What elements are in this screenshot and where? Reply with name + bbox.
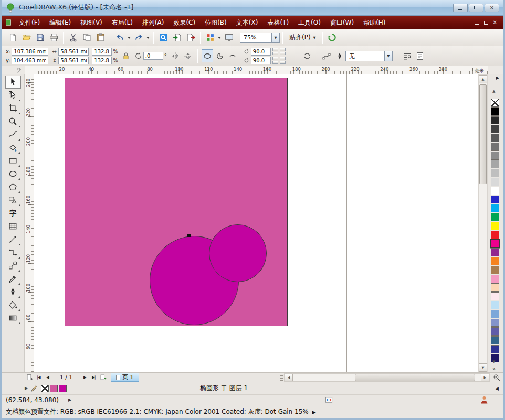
menu-item-6[interactable]: 位图(B): [200, 16, 232, 29]
add-page-button[interactable]: [98, 373, 108, 382]
fill-tool[interactable]: [5, 298, 21, 311]
fullscreen-preview-button[interactable]: [222, 31, 236, 45]
doc-restore-button[interactable]: [484, 21, 488, 25]
coords-flyout-icon[interactable]: ▶: [68, 397, 71, 402]
crop-tool[interactable]: [5, 102, 21, 115]
palette-scroll-up-icon[interactable]: ▲: [492, 89, 495, 93]
scroll-up-button[interactable]: ▲: [479, 75, 487, 83]
menu-item-8[interactable]: 表格(T): [262, 16, 293, 29]
spinner[interactable]: [280, 57, 286, 64]
convert-to-curve-button[interactable]: [321, 49, 332, 62]
arc-mode-button[interactable]: [227, 49, 238, 62]
parallel-dimension-tool[interactable]: [5, 233, 21, 246]
table-tool[interactable]: [5, 220, 21, 233]
ellipse-tool[interactable]: [5, 167, 21, 180]
application-launcher-button[interactable]: [203, 31, 217, 45]
close-button[interactable]: ×: [485, 4, 499, 12]
document-palette-flyout-icon[interactable]: ▶: [25, 386, 28, 391]
horizontal-scrollbar[interactable]: ◀ ▶: [284, 373, 490, 382]
first-page-button[interactable]: |◀: [34, 373, 43, 382]
cut-button[interactable]: [66, 31, 80, 45]
object-x-input[interactable]: [12, 48, 48, 56]
import-button[interactable]: [170, 31, 184, 45]
arc-end-angle-input[interactable]: [251, 57, 271, 64]
color-swatch[interactable]: [491, 160, 499, 168]
color-swatch[interactable]: [491, 283, 499, 292]
menu-item-4[interactable]: 排列(A): [138, 16, 169, 29]
scale-v-input[interactable]: [92, 57, 112, 64]
scroll-right-button[interactable]: ▶: [481, 374, 489, 381]
text-tool[interactable]: 字: [5, 207, 21, 220]
horizontal-scrollbar-track[interactable]: [293, 374, 481, 381]
vertical-scrollbar-thumb[interactable]: [479, 84, 487, 184]
document-color-swatch[interactable]: [59, 385, 67, 392]
color-swatch[interactable]: [491, 178, 499, 186]
color-swatch[interactable]: [491, 196, 499, 204]
menu-item-10[interactable]: 窗口(W): [325, 16, 359, 29]
horizontal-ruler[interactable]: 毫米 2040608010012014016018020022024026028…: [25, 66, 488, 74]
color-swatch[interactable]: [491, 213, 499, 221]
interactive-fill-tool[interactable]: [5, 311, 21, 325]
palette-scroll-down-icon[interactable]: ▼: [492, 360, 495, 364]
color-swatch[interactable]: [491, 327, 499, 336]
menu-item-7[interactable]: 文本(X): [232, 16, 263, 29]
undo-button[interactable]: [113, 31, 127, 45]
chevron-down-icon[interactable]: ▼: [384, 51, 392, 61]
next-page-button[interactable]: ▶: [80, 373, 89, 382]
color-swatch[interactable]: [491, 107, 499, 116]
spinner[interactable]: [272, 48, 278, 56]
search-content-button[interactable]: [156, 31, 170, 45]
color-swatch[interactable]: [491, 169, 499, 177]
selection-node[interactable]: [187, 234, 191, 237]
menu-item-9[interactable]: 工具(O): [293, 16, 325, 29]
undo-button-dropdown[interactable]: [127, 31, 132, 45]
rotation-angle-input[interactable]: [143, 52, 163, 60]
export-button[interactable]: [184, 31, 197, 45]
color-swatch[interactable]: [491, 292, 499, 300]
document-color-swatch-none[interactable]: [41, 385, 49, 392]
pie-mode-button[interactable]: [214, 49, 226, 62]
zoom-level-combo[interactable]: 75% ▼: [240, 33, 280, 43]
wrap-text-button[interactable]: [402, 49, 413, 62]
eyedropper-pen-icon[interactable]: [30, 384, 38, 392]
outline-pen-tool[interactable]: [5, 285, 21, 298]
rectangle-tool[interactable]: [5, 154, 21, 167]
open-button[interactable]: [19, 31, 33, 45]
spinner[interactable]: [280, 48, 286, 56]
object-height-input[interactable]: [58, 57, 89, 64]
redo-button[interactable]: [132, 31, 145, 45]
color-swatch[interactable]: [491, 231, 499, 239]
menu-item-11[interactable]: 帮助(H): [359, 16, 390, 29]
print-button[interactable]: [47, 31, 60, 45]
menu-item-0[interactable]: 文件(F): [14, 16, 45, 29]
ellipse-mode-button[interactable]: [202, 49, 213, 62]
blend-tool[interactable]: [5, 259, 21, 272]
zoom-tool[interactable]: [5, 115, 21, 128]
paste-button[interactable]: [93, 31, 107, 45]
pagebar-splitter[interactable]: [280, 374, 283, 381]
arc-start-angle-input[interactable]: [251, 48, 271, 56]
color-swatch[interactable]: [491, 345, 499, 353]
shape-tool[interactable]: [5, 89, 21, 102]
new-document-button[interactable]: [6, 31, 19, 45]
color-swatch[interactable]: [491, 336, 499, 344]
application-launcher-button-dropdown[interactable]: [217, 31, 222, 45]
color-swatch[interactable]: [491, 152, 499, 160]
doc-minimize-button[interactable]: [475, 20, 479, 25]
basic-shapes-tool[interactable]: [5, 193, 21, 207]
page-tab[interactable]: 页 1: [111, 373, 139, 382]
color-swatch-none[interactable]: [491, 99, 499, 107]
profile-flyout-icon[interactable]: ▶: [312, 410, 316, 415]
color-swatch[interactable]: [491, 134, 499, 142]
color-swatch[interactable]: [491, 319, 499, 327]
color-swatch[interactable]: [491, 257, 499, 265]
save-button[interactable]: [33, 31, 47, 45]
color-swatch[interactable]: [491, 266, 499, 274]
color-swatch[interactable]: [491, 310, 499, 318]
color-swatch[interactable]: [491, 240, 499, 248]
minimize-button[interactable]: [453, 4, 468, 12]
snap-to-dropdown[interactable]: 贴齐(P) ▼: [286, 31, 320, 44]
vertical-ruler[interactable]: 2402202001801601401201008060: [25, 74, 34, 372]
polygon-tool[interactable]: [5, 180, 21, 193]
mirror-horizontal-button[interactable]: [170, 49, 181, 62]
